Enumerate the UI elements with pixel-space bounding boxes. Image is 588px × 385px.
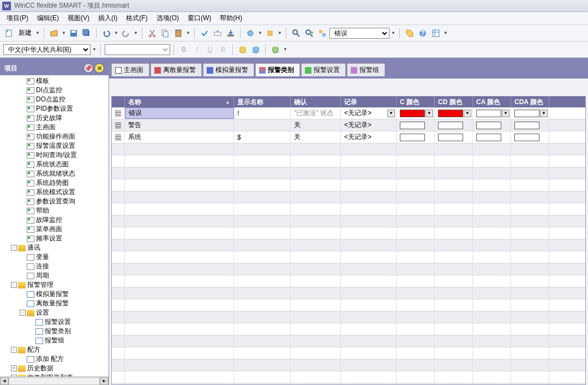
menu-item[interactable]: 窗口(W) [183, 12, 215, 25]
open-icon[interactable] [48, 27, 60, 39]
tree-node[interactable]: 故障监控 [0, 215, 109, 225]
paste-dropdown-icon[interactable]: ▼ [185, 31, 191, 35]
color-swatch[interactable] [476, 122, 501, 129]
tree-node[interactable]: +历史数据 [0, 364, 109, 373]
tree-node[interactable]: 菜单画面 [0, 225, 109, 234]
color-swatch[interactable] [514, 134, 539, 141]
new-dropdown-icon[interactable]: ▼ [35, 31, 40, 35]
grid-body[interactable]: 错误!"已激活" 状态<无记录>▼▼▼▼▼警告关<无记录>系统$关<无记录> [112, 107, 585, 384]
cell-cd-color[interactable]: ▼ [435, 107, 473, 119]
undo-dropdown-icon[interactable]: ▼ [113, 31, 119, 35]
col-name[interactable]: 名称 [125, 97, 234, 107]
tab-主画面[interactable]: 主画面 [111, 63, 149, 76]
tree-hscrollbar[interactable]: ◄ ► [0, 376, 109, 385]
cell-log[interactable]: <无记录> [341, 119, 397, 131]
cell-cd-color[interactable] [435, 119, 473, 131]
language-select[interactable]: 中文(中华人民共和国) [3, 44, 91, 55]
color-swatch[interactable] [514, 122, 539, 129]
tree-toggle-icon[interactable]: - [11, 282, 17, 288]
color-swatch[interactable] [438, 110, 463, 117]
cell-log[interactable]: <无记录>▼ [341, 107, 397, 119]
project-tree[interactable]: 模板DI点监控DO点监控PID参数设置历史故障主画面功能操作画面报警温度设置时间… [0, 75, 109, 376]
tree-node[interactable]: 帮助 [0, 206, 109, 215]
scroll-left-icon[interactable]: ◄ [0, 377, 9, 385]
redo-icon[interactable] [120, 27, 132, 39]
tree-node[interactable]: 添加 配方 [0, 354, 109, 364]
tree-node[interactable]: 离散量报警 [0, 299, 109, 308]
cell-log[interactable]: <无记录> [341, 131, 397, 143]
replace-icon[interactable] [316, 27, 328, 39]
tool-a-icon[interactable] [244, 27, 256, 39]
cell-name[interactable]: 系统 [125, 131, 234, 143]
new-icon[interactable] [3, 27, 15, 39]
cell-name[interactable]: 错误 [125, 107, 234, 119]
db-icon-3[interactable] [269, 44, 281, 56]
tree-node[interactable]: 模拟量报警 [0, 290, 109, 299]
color-swatch[interactable] [400, 110, 425, 117]
crossref-icon[interactable] [430, 27, 442, 39]
font-select[interactable] [105, 44, 170, 55]
db-icon-2[interactable] [250, 44, 262, 56]
save-icon[interactable] [68, 27, 80, 39]
cell-ca-color[interactable]: ▼ [473, 107, 511, 119]
dropdown-icon[interactable]: ▼ [464, 110, 471, 117]
menu-item[interactable]: 帮助(H) [215, 12, 247, 25]
cell-name[interactable]: 警告 [125, 119, 234, 131]
error-select[interactable]: 错误 [329, 28, 389, 39]
col-c-color[interactable]: C 颜色 [397, 97, 435, 107]
col-cd-color[interactable]: CD 颜色 [435, 97, 473, 107]
menu-item[interactable]: 编辑(E) [33, 12, 63, 25]
cell-display[interactable] [234, 119, 291, 131]
dropdown-icon[interactable]: ▼ [502, 110, 509, 117]
col-ca-color[interactable]: CA 颜色 [473, 97, 511, 107]
tree-node[interactable]: DO点监控 [0, 95, 109, 104]
tab-离散量报警[interactable]: 离散量报警 [151, 63, 202, 76]
cell-cda-color[interactable] [511, 119, 549, 131]
tree-node[interactable]: 报警组 [0, 336, 109, 345]
save-all-icon[interactable] [81, 27, 93, 39]
tree-node[interactable]: 连接 [0, 262, 109, 271]
check-icon[interactable] [199, 27, 211, 39]
menu-item[interactable]: 项目(P) [2, 12, 33, 25]
tree-node[interactable]: -通讯 [0, 243, 109, 252]
cell-cd-color[interactable] [435, 131, 473, 143]
color-swatch[interactable] [400, 122, 425, 129]
find-next-icon[interactable] [303, 27, 315, 39]
col-log[interactable]: 记录 [341, 97, 397, 107]
tree-node[interactable]: 报警温度设置 [0, 141, 109, 151]
cell-display[interactable]: $ [234, 131, 291, 143]
tree-node[interactable]: 系统状态图 [0, 160, 109, 169]
tab-模拟量报警[interactable]: 模拟量报警 [203, 63, 254, 76]
table-row[interactable]: 错误!"已激活" 状态<无记录>▼▼▼▼▼ [112, 107, 585, 119]
tree-node[interactable]: 历史故障 [0, 113, 109, 123]
dropdown-icon[interactable]: ▼ [387, 110, 395, 117]
col-handle[interactable] [112, 97, 125, 107]
pin-icon[interactable]: 📌 [83, 63, 93, 73]
tree-node[interactable]: 参数设置查询 [0, 197, 109, 206]
menu-item[interactable]: 选项(O) [152, 12, 183, 25]
transfer-icon[interactable] [212, 27, 224, 39]
col-ack[interactable]: 确认 [291, 97, 341, 107]
color-swatch[interactable] [400, 134, 425, 141]
table-row[interactable]: 系统$关<无记录> [112, 131, 585, 143]
cell-c-color[interactable] [397, 131, 435, 143]
tree-toggle-icon[interactable]: - [20, 310, 26, 316]
dropdown-icon[interactable]: ▼ [425, 110, 433, 117]
tree-node[interactable]: 系统趋势图 [0, 178, 109, 188]
tree-node[interactable]: 频率设置 [0, 234, 109, 243]
cell-ack[interactable]: 关 [291, 131, 341, 143]
tree-toggle-icon[interactable]: - [11, 245, 17, 251]
tool-b-icon[interactable] [264, 27, 276, 39]
tree-node[interactable]: -报警管理 [0, 280, 109, 290]
tab-报警类别[interactable]: 报警类别 [255, 63, 300, 76]
cell-ack[interactable]: 关 [291, 119, 341, 131]
lang-dropdown-icon[interactable]: ▼ [92, 47, 97, 52]
color-swatch[interactable] [438, 134, 463, 141]
row-handle[interactable] [112, 119, 125, 131]
tab-报警组[interactable]: 报警组 [347, 63, 385, 76]
download-icon[interactable] [225, 27, 237, 39]
tree-node[interactable]: 系统模式设置 [0, 188, 109, 197]
cell-cda-color[interactable] [511, 131, 549, 143]
row-handle[interactable] [112, 131, 125, 143]
find-icon[interactable] [290, 27, 302, 39]
